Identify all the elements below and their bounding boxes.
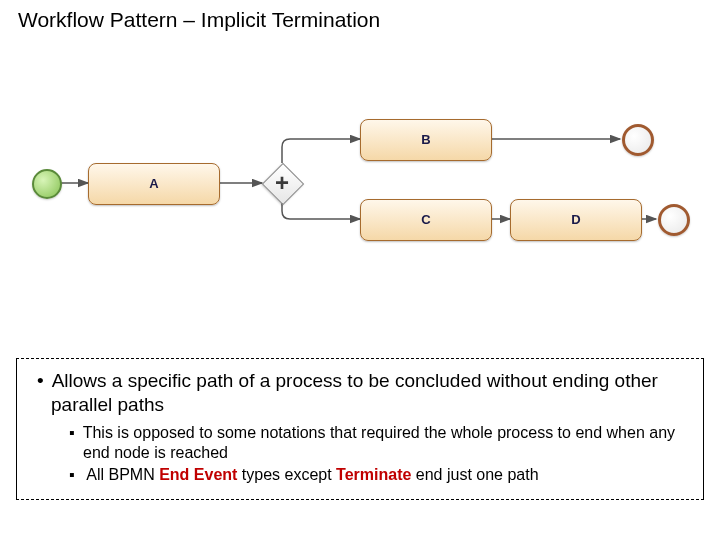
description-box: Allows a specific path of a process to b… [16, 358, 704, 500]
bullet-level2: All BPMN End Event types except Terminat… [29, 465, 691, 485]
text: end just one path [411, 466, 538, 483]
task-a: A [88, 163, 220, 205]
gateway-plus-icon: + [263, 164, 301, 202]
text: types except [237, 466, 336, 483]
task-d: D [510, 199, 642, 241]
slide-title: Workflow Pattern – Implicit Termination [18, 8, 380, 32]
start-event-icon [32, 169, 62, 199]
emphasis-end-event: End Event [159, 466, 237, 483]
bullet-level1: Allows a specific path of a process to b… [29, 369, 691, 417]
end-event-icon [658, 204, 690, 236]
task-b: B [360, 119, 492, 161]
text: All BPMN [86, 466, 159, 483]
slide: Workflow Pattern – Implicit Termination [0, 0, 720, 540]
task-c: C [360, 199, 492, 241]
bullet-level2: This is opposed to some notations that r… [29, 423, 691, 463]
parallel-gateway: + [263, 164, 301, 202]
bpmn-diagram: A + B C D [30, 115, 690, 255]
end-event-icon [622, 124, 654, 156]
emphasis-terminate: Terminate [336, 466, 411, 483]
